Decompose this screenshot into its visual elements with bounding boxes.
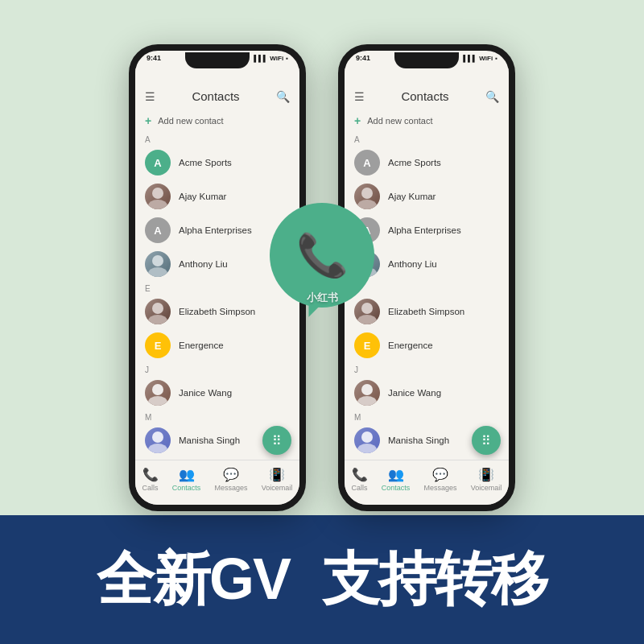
svg-point-0	[152, 188, 163, 199]
avatar-elizabeth-left	[145, 299, 171, 324]
menu-icon-right[interactable]: ☰	[354, 90, 365, 103]
app-header-left: ☰ Contacts 🔍	[135, 68, 299, 109]
contact-name-acme-right: Acme Sports	[388, 158, 441, 167]
messages-icon-left: 💬	[223, 467, 239, 482]
fab-right[interactable]: ⠿	[472, 426, 501, 455]
phones-container: 9:41 ▌▌▌ WiFi ▪ ☰ Contacts 🔍	[129, 20, 515, 511]
svg-point-18	[361, 431, 373, 443]
avatar-energence-left: E	[145, 332, 171, 358]
contact-name-janice-left: Janice Wang	[179, 388, 232, 398]
banner-left-text: 全新GV	[97, 541, 290, 618]
contact-name-manisha-left: Manisha Singh	[179, 436, 240, 445]
contact-janice-right[interactable]: Janice Wang	[345, 376, 509, 410]
messages-icon-right: 💬	[432, 467, 448, 482]
svg-point-1	[148, 200, 167, 209]
avatar-anthony-left	[145, 251, 171, 277]
menu-icon-left[interactable]: ☰	[145, 90, 155, 103]
svg-point-16	[361, 384, 373, 395]
nav-messages-left[interactable]: 💬 Messages	[215, 467, 248, 492]
watermark: 小红书	[307, 291, 338, 305]
search-icon-right[interactable]: 🔍	[485, 90, 499, 103]
contacts-label-left: Contacts	[172, 484, 201, 492]
signal-icon-left: ▌▌▌	[254, 55, 267, 62]
avatar-ajay-left	[145, 184, 171, 209]
calls-label-left: Calls	[142, 484, 159, 492]
contact-name-energence-left: Energence	[179, 341, 224, 350]
svg-point-2	[152, 255, 163, 266]
avatar-janice-left	[145, 380, 171, 406]
wifi-icon-left: WiFi	[270, 55, 283, 62]
contact-name-elizabeth-right: Elizabeth Simpson	[388, 307, 464, 316]
nav-calls-left[interactable]: 📞 Calls	[142, 467, 159, 492]
contact-name-anthony-right: Anthony Liu	[388, 259, 437, 269]
status-icons-right: ▌▌▌ WiFi ▪	[463, 55, 497, 62]
contact-energence-right[interactable]: E Energence	[345, 328, 509, 362]
nav-contacts-left[interactable]: 👥 Contacts	[172, 467, 201, 492]
nav-voicemail-left[interactable]: 📳 Voicemail	[262, 467, 293, 492]
notch-left	[185, 52, 250, 68]
svg-point-10	[361, 188, 373, 199]
status-time-left: 9:41	[147, 54, 161, 62]
wifi-icon-right: WiFi	[479, 55, 493, 62]
battery-icon-right: ▪	[495, 55, 497, 62]
add-contact-left[interactable]: + Add new contact	[135, 109, 299, 132]
avatar-acme-right: A	[354, 150, 380, 175]
bottom-nav-right: 📞 Calls 👥 Contacts 💬 Messages 📳 Voicemai…	[345, 460, 509, 505]
section-j-label-left: J	[135, 362, 299, 376]
contact-janice-left[interactable]: Janice Wang	[135, 376, 299, 410]
bottom-banner: 全新GV 支持转移	[0, 515, 644, 644]
contact-name-manisha-right: Manisha Singh	[388, 436, 449, 445]
section-m-label-right: M	[345, 410, 509, 423]
svg-point-6	[152, 384, 163, 395]
contact-name-acme-left: Acme Sports	[179, 158, 232, 167]
contacts-icon-right: 👥	[388, 467, 404, 482]
contacts-icon-left: 👥	[179, 467, 195, 482]
voicemail-label-left: Voicemail	[262, 484, 293, 492]
fab-left[interactable]: ⠿	[262, 426, 291, 455]
svg-point-7	[148, 396, 167, 406]
battery-icon-left: ▪	[286, 55, 288, 62]
avatar-janice-right	[354, 380, 380, 406]
contact-acme-right[interactable]: A Acme Sports	[345, 146, 509, 180]
plus-icon-left: +	[145, 114, 151, 127]
calls-icon-right: 📞	[352, 467, 368, 482]
header-title-left: Contacts	[192, 89, 239, 103]
svg-point-8	[152, 431, 163, 443]
calls-label-right: Calls	[352, 484, 368, 492]
search-icon-left[interactable]: 🔍	[276, 90, 290, 103]
svg-point-3	[148, 267, 167, 277]
avatar-acme-left: A	[145, 150, 171, 175]
contacts-label-right: Contacts	[382, 484, 411, 492]
calls-icon-left: 📞	[142, 467, 159, 482]
phone-icon: 📞	[296, 231, 349, 280]
section-a-label-left: A	[135, 132, 299, 146]
contact-acme-left[interactable]: A Acme Sports	[135, 146, 299, 180]
messages-label-left: Messages	[215, 484, 248, 492]
svg-point-9	[148, 444, 167, 453]
notch-right	[394, 52, 459, 68]
top-section: 9:41 ▌▌▌ WiFi ▪ ☰ Contacts 🔍	[0, 0, 644, 515]
voicemail-icon-right: 📳	[478, 467, 494, 482]
avatar-alpha-left: A	[145, 217, 171, 243]
contact-name-alpha-left: Alpha Enterprises	[179, 225, 252, 235]
signal-icon-right: ▌▌▌	[463, 55, 477, 62]
svg-point-15	[357, 315, 377, 324]
svg-point-17	[357, 396, 377, 406]
nav-voicemail-right[interactable]: 📳 Voicemail	[471, 467, 502, 492]
avatar-manisha-left	[145, 427, 171, 453]
nav-contacts-right[interactable]: 👥 Contacts	[382, 467, 411, 492]
contact-name-janice-right: Janice Wang	[388, 388, 441, 398]
avatar-energence-right: E	[354, 332, 380, 358]
bottom-nav-left: 📞 Calls 👥 Contacts 💬 Messages 📳 Voicemai…	[135, 460, 299, 505]
nav-messages-right[interactable]: 💬 Messages	[424, 467, 457, 492]
voicemail-icon-left: 📳	[269, 467, 285, 482]
avatar-manisha-right	[354, 427, 380, 453]
nav-calls-right[interactable]: 📞 Calls	[352, 467, 368, 492]
contact-name-ajay-left: Ajay Kumar	[179, 192, 226, 201]
svg-point-5	[148, 315, 167, 324]
svg-point-4	[152, 303, 163, 314]
add-contact-right[interactable]: + Add new contact	[345, 109, 509, 132]
contact-energence-left[interactable]: E Energence	[135, 328, 299, 362]
svg-point-19	[357, 444, 377, 453]
header-title-right: Contacts	[401, 89, 448, 103]
